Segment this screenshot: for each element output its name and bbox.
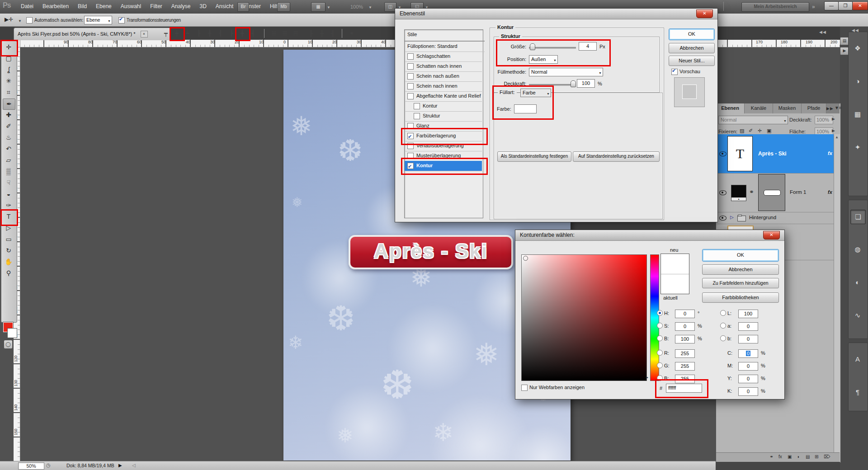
style-item-schein-nach-au-en[interactable]: Schein nach außen [405, 71, 482, 82]
panel-action-icon-2[interactable]: ▣ [788, 454, 792, 459]
panel-scrollbar[interactable]: ▲ [834, 134, 840, 452]
checkbox-icon[interactable] [407, 93, 414, 99]
distribute-horizontal-centers-icon[interactable]: ☰ [279, 28, 290, 38]
auto-align-layers-icon[interactable]: ⚭ [346, 28, 357, 38]
layers-panel-icon[interactable]: ❏ [850, 210, 866, 224]
current-tool-icon[interactable]: ▶✛ [5, 16, 13, 23]
checkbox-icon[interactable] [407, 53, 414, 60]
value-field-k[interactable]: 0 [738, 387, 758, 396]
status-menu-arrow-icon[interactable]: ▶ [118, 463, 122, 468]
checkbox-icon[interactable] [414, 113, 420, 119]
opacity-value[interactable]: 100% [815, 116, 833, 124]
tab-ebenen[interactable]: Ebenen [716, 103, 745, 113]
adjustments-panel-icon[interactable]: ◑ [850, 75, 865, 88]
color-field[interactable] [521, 254, 647, 381]
align-horizontal-centers-icon[interactable]: ╂ [204, 28, 215, 38]
workspace-overflow-chevrons[interactable]: » [812, 4, 816, 10]
layer-row-form1[interactable]: ▴ ⚭ Form 1 fx ▾ [717, 173, 840, 212]
launch-bridge-icon[interactable]: ▦ [311, 2, 326, 12]
lock-icon-0[interactable]: ▨ [740, 128, 744, 134]
crop-tool[interactable]: ⌗ [3, 87, 14, 98]
history-brush-tool[interactable]: ↶ [3, 144, 14, 154]
blending-options-item[interactable]: Fülloptionen: Standard [405, 42, 485, 52]
menu-bild[interactable]: Bild [73, 0, 91, 9]
checkbox-icon[interactable] [407, 83, 414, 89]
panel-menu-icon[interactable]: ▼≡ [835, 105, 842, 110]
value-field-g[interactable]: 255 [675, 362, 695, 371]
visibility-eye-icon[interactable] [719, 151, 726, 156]
color-libraries-button[interactable]: Farbbibliotheken [702, 292, 779, 303]
panel-action-icon-5[interactable]: ⊞ [815, 454, 818, 459]
blend-mode-dropdown[interactable]: Normal [529, 68, 603, 76]
blend-mode-dropdown[interactable]: Normal [718, 116, 788, 124]
set-default-button[interactable]: Als Standardeinstellung festlegen [497, 151, 571, 162]
value-field-s[interactable]: 0 [675, 322, 695, 331]
value-field-r[interactable]: 255 [675, 349, 695, 358]
layer-row-hintergrund[interactable]: ▷ Hintergrund [717, 212, 840, 224]
hue-slider[interactable] [650, 254, 659, 381]
distribute-spacing-icon[interactable]: ╫ [316, 28, 327, 38]
align-left-edges-icon[interactable]: ┠ [193, 28, 204, 38]
zoom-field[interactable]: 50% [18, 462, 44, 470]
brushes-panel-icon[interactable]: ✦ [850, 141, 865, 154]
value-field-m[interactable]: 0 [738, 362, 758, 371]
checkbox-icon[interactable] [407, 73, 414, 80]
layer-name[interactable]: Après - Ski [758, 150, 787, 157]
eyedropper-tool[interactable]: ✒ [3, 99, 15, 110]
radio-a[interactable] [720, 323, 726, 329]
minimize-button[interactable]: — [824, 1, 839, 10]
cancel-button[interactable]: Abbrechen [702, 264, 779, 275]
radio-r[interactable] [657, 350, 663, 356]
zoom-tool[interactable]: ⚲ [3, 268, 14, 278]
close-icon[interactable]: ✕ [696, 9, 713, 18]
value-field-c[interactable]: 0 [738, 349, 758, 358]
opacity-spinner-icon[interactable]: ▶ [832, 117, 835, 121]
distribute-heights-icon[interactable]: ╢ [327, 28, 338, 38]
new-style-button[interactable]: Neuer Stil... [669, 56, 715, 66]
dodge-tool[interactable]: ◒ [3, 189, 14, 199]
zoom-level-dropdown[interactable]: 100% [350, 4, 363, 9]
style-item-schlagschatten[interactable]: Schlagschatten [405, 52, 482, 62]
distribute-left-icon[interactable]: ☱ [269, 28, 279, 38]
radio-s[interactable] [657, 323, 663, 329]
styles-list-header[interactable]: Stile [405, 30, 485, 42]
fill-thumbnail[interactable] [731, 185, 746, 198]
cancel-button[interactable]: Abbrechen [669, 43, 715, 53]
menu-datei[interactable]: Datei [16, 0, 38, 9]
close-button[interactable]: ✕ [852, 1, 868, 10]
dialog-title-bar[interactable]: Konturenfarbe wählen: [515, 230, 784, 241]
tab-pfade[interactable]: Pfade [802, 103, 826, 113]
menu-3d[interactable]: 3D [195, 0, 211, 9]
workspace-button[interactable]: Mein Arbeitsbereich [741, 2, 809, 12]
fill-spinner-icon[interactable]: ▶ [832, 128, 835, 133]
menu-ansicht[interactable]: Ansicht [211, 0, 238, 9]
smudge-tool[interactable]: ☟ [3, 178, 14, 188]
mini-panel-play-icon[interactable]: ▶ [840, 47, 849, 55]
dock-collapse-chevrons[interactable]: ◀◀ [852, 28, 859, 33]
quick-mask-icon[interactable]: ◯ [4, 340, 13, 349]
shape-tool[interactable]: ▭ [3, 234, 14, 244]
value-field-b[interactable]: 100 [675, 335, 695, 343]
align-right-edges-icon[interactable]: ┨ [215, 28, 226, 38]
reset-default-button[interactable]: Auf Standardeinstellung zurücksetzen [573, 151, 660, 162]
auto-select-checkbox[interactable] [26, 16, 33, 24]
magic-wand-tool[interactable]: ✳ [3, 76, 14, 86]
panel-action-icon-0[interactable]: ⚭ [769, 454, 773, 459]
group-expand-icon[interactable]: ▷ [730, 215, 734, 220]
dialog-title-bar[interactable]: Ebenenstil [395, 9, 717, 19]
styles-panel-icon[interactable]: ◍ [850, 243, 865, 256]
hue-marker-left-icon[interactable]: ▸ [646, 375, 648, 380]
panel-action-icon-3[interactable]: ◑ [797, 454, 799, 459]
text-layer-thumbnail[interactable]: T [727, 136, 753, 171]
value-field-y[interactable]: 0 [738, 375, 758, 383]
restore-button[interactable]: ❐ [838, 1, 853, 10]
web-colors-checkbox[interactable] [521, 384, 528, 392]
paragraph-panel-icon[interactable]: ¶ [850, 385, 865, 399]
menu-bearbeiten[interactable]: Bearbeiten [38, 0, 73, 9]
distribute-right-icon[interactable]: ☴ [290, 28, 301, 38]
opacity-field[interactable]: 100 [577, 79, 595, 88]
radio-l[interactable] [720, 310, 726, 316]
layer-name[interactable]: Hintergrund [749, 215, 776, 220]
lock-icon-1[interactable]: ✐ [749, 128, 753, 134]
brush-tool[interactable]: ✐ [3, 121, 14, 132]
